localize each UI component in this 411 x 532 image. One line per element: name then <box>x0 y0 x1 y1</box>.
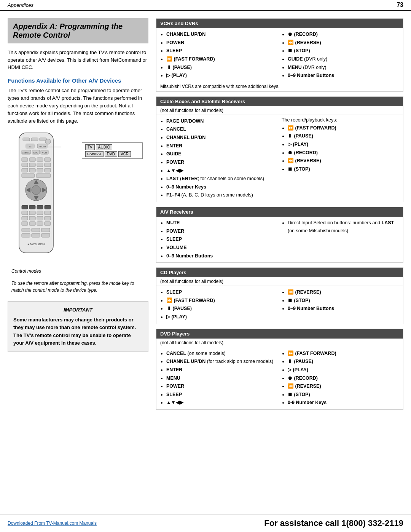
mode-buttons-row2: CAB/SAT DVD VCR <box>85 151 139 157</box>
svg-rect-27 <box>22 174 35 177</box>
list-item: ⏩ (FAST FORWARD) <box>288 350 399 358</box>
list-item: ▷ (PLAY) <box>166 72 278 80</box>
list-item: MENU <box>166 374 278 382</box>
remote-illustration: TV AUDIO CAB/SAT DVD VCR <box>11 131 148 294</box>
svg-point-14 <box>45 139 51 144</box>
svg-rect-41 <box>37 211 43 215</box>
list-item: ⏸ (PAUSE) <box>288 132 399 140</box>
dvd-players-list2: ⏩ (FAST FORWARD) ⏸ (PAUSE) ▷ (PLAY) ⏺ (R… <box>282 350 399 407</box>
svg-rect-22 <box>45 163 51 167</box>
cable-satellite-title: Cable Boxes and Satellite Receivers <box>156 97 403 106</box>
remote-svg: TV AUDIO CAB/SAT DVD VCR <box>11 131 61 257</box>
cd-players-content: SLEEP ⏩ (FAST FORWARD) ⏸ (PAUSE) ▷ (PLAY… <box>156 286 403 324</box>
svg-text:AUDIO: AUDIO <box>38 145 46 148</box>
list-item: ⏸ (PAUSE) <box>288 358 399 366</box>
vcrs-dvrs-mitsu-note: Mitsubishi VCRs are compatible with some… <box>156 82 403 91</box>
list-item: ENTER <box>166 366 278 374</box>
list-item: ⏩ (FAST FORWARD) <box>166 55 278 63</box>
important-title: IMPORTANT <box>13 306 143 314</box>
svg-rect-36 <box>29 205 35 209</box>
page-number: 73 <box>397 2 403 8</box>
section-av-receivers: A/V Receivers MUTE POWER SLEEP VOLUME 0–… <box>156 207 403 263</box>
list-item: VOLUME <box>166 244 278 252</box>
svg-rect-53 <box>41 228 50 232</box>
functions-body: The TV's remote control can be programme… <box>8 87 148 125</box>
cd-players-list1: SLEEP ⏩ (FAST FORWARD) ⏸ (PAUSE) ▷ (PLAY… <box>160 288 278 321</box>
svg-rect-44 <box>29 216 35 220</box>
list-item: CHANNEL UP/DN <box>166 30 278 38</box>
main-content: Appendix A: Programming the Remote Contr… <box>0 11 411 418</box>
svg-rect-26 <box>45 168 51 172</box>
svg-text:TV: TV <box>29 145 32 148</box>
vcrs-dvrs-title: VCRs and DVRs <box>156 19 403 28</box>
svg-rect-46 <box>45 216 51 220</box>
section-dvd-players: DVD Players (not all functions for all m… <box>156 329 403 410</box>
important-box: IMPORTANT Some manufacturers may change … <box>8 301 148 352</box>
section-cable-satellite: Cable Boxes and Satellite Receivers (not… <box>156 96 403 202</box>
list-item: ⏺ (RECORD) <box>288 374 399 382</box>
svg-rect-25 <box>37 168 43 172</box>
appendices-label: Appendices <box>8 2 33 8</box>
cd-players-title: CD Players <box>156 268 403 277</box>
list-item: POWER <box>166 382 278 390</box>
list-item: GUIDE (DVR only) <box>288 55 399 63</box>
svg-rect-42 <box>45 211 51 215</box>
assistance-text: For assistance call 1(800) 332-2119 <box>264 518 403 528</box>
list-item: ▲▼◀▶ <box>166 399 278 407</box>
list-item: 0–9 Number Buttons <box>166 252 278 260</box>
list-item: SLEEP <box>166 391 278 399</box>
vcrs-dvrs-list1: CHANNEL UP/DN POWER SLEEP ⏩ (FAST FORWAR… <box>160 30 278 80</box>
bottom-bar: Downloaded From TV-Manual.com Manuals Fo… <box>0 514 411 532</box>
svg-rect-37 <box>37 205 43 209</box>
list-item: SLEEP <box>166 47 278 55</box>
list-item: ⏹ (STOP) <box>288 391 399 399</box>
svg-rect-35 <box>22 205 28 209</box>
vcr-mode-button: VCR <box>118 151 131 157</box>
mode-buttons-row1: TV AUDIO <box>85 144 139 150</box>
appendix-title: Appendix A: Programming the Remote Contr… <box>8 18 148 43</box>
list-item: ⏩ (FAST FORWARD) <box>166 297 278 305</box>
cable-satellite-col1: PAGE UP/DOWN CANCEL CHANNEL UP/DN ENTER … <box>160 117 278 200</box>
list-item: SLEEP <box>166 235 278 243</box>
cd-players-list2: ⏪ (REVERSE) ⏹ (STOP) 0–9 Number Buttons <box>282 288 399 313</box>
list-item: Direct Input Selection buttons: numbers … <box>288 219 399 235</box>
dvd-players-content: CANCEL (on some models) CHANNEL UP/DN (f… <box>156 347 403 409</box>
av-receivers-col1: MUTE POWER SLEEP VOLUME 0–9 Number Butto… <box>160 219 278 260</box>
svg-rect-38 <box>45 205 51 209</box>
list-item: 0–9 Number Buttons <box>288 305 399 313</box>
av-receivers-col2: Direct Input Selection buttons: numbers … <box>282 219 399 260</box>
download-link[interactable]: Downloaded From TV-Manual.com Manuals <box>8 521 97 526</box>
dvd-players-list1: CANCEL (on some models) CHANNEL UP/DN (f… <box>160 350 278 407</box>
list-item: ⏪ (REVERSE) <box>288 382 399 390</box>
caption-control-modes: Control modes <box>11 268 141 275</box>
tv-mode-button: TV <box>85 144 95 150</box>
svg-rect-2 <box>31 138 38 141</box>
svg-rect-21 <box>37 163 43 167</box>
list-item: ▷ (PLAY) <box>288 366 399 374</box>
svg-rect-49 <box>37 222 43 225</box>
vcrs-dvrs-list2: ⏺ (RECORD) ⏪ (REVERSE) ⏹ (STOP) GUIDE (D… <box>282 30 399 80</box>
list-item: ⏹ (STOP) <box>288 297 399 305</box>
list-item: 0-9 Number Keys <box>288 399 399 407</box>
intro-text: This appendix explains programming the T… <box>8 49 148 71</box>
list-item: ⏪ (REVERSE) <box>288 157 399 165</box>
list-item: POWER <box>166 39 278 47</box>
remote-svg-container: TV AUDIO CAB/SAT DVD VCR <box>11 131 80 258</box>
svg-rect-3 <box>40 138 46 141</box>
svg-rect-55 <box>32 233 40 237</box>
list-item: SLEEP <box>166 288 278 296</box>
svg-rect-16 <box>29 158 35 161</box>
svg-rect-15 <box>22 158 28 161</box>
svg-rect-56 <box>41 233 50 237</box>
list-item: ENTER <box>166 142 278 150</box>
av-receivers-list1: MUTE POWER SLEEP VOLUME 0–9 Number Butto… <box>160 219 278 260</box>
control-modes-callout: TV AUDIO CAB/SAT DVD VCR <box>82 142 143 159</box>
svg-rect-20 <box>29 163 35 167</box>
list-item: MENU (DVR only) <box>288 64 399 72</box>
svg-rect-18 <box>45 158 51 161</box>
vcrs-dvrs-content: CHANNEL UP/DN POWER SLEEP ⏩ (FAST FORWAR… <box>156 28 403 82</box>
svg-rect-19 <box>22 163 28 167</box>
svg-rect-50 <box>45 222 51 225</box>
cd-players-col2: ⏪ (REVERSE) ⏹ (STOP) 0–9 Number Buttons <box>282 288 399 321</box>
svg-point-30 <box>32 185 41 195</box>
